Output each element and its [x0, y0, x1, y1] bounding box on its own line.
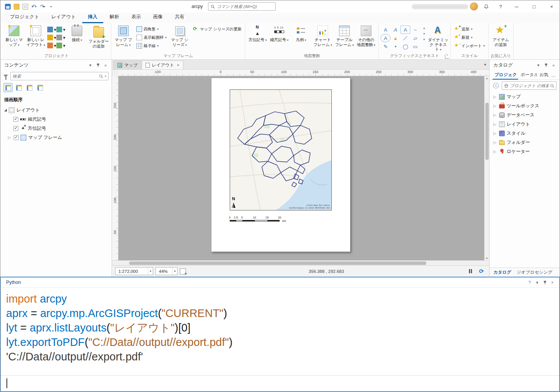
bottom-tab-geoprocessing[interactable]: ジオプロセシング	[517, 269, 552, 275]
gallery-expand-button[interactable]: ▾	[423, 38, 425, 41]
new-map-button[interactable]: 新しい マップ	[4, 24, 24, 53]
add-item-button[interactable]: アイテム の追加	[491, 24, 511, 53]
scrollbar-thumb[interactable]	[129, 261, 426, 265]
catalog-item-styles[interactable]: ▷ スタイル	[490, 129, 560, 138]
avatar[interactable]	[470, 2, 478, 11]
pause-drawing-button[interactable]	[467, 269, 474, 273]
style-new-button[interactable]: 新規▾	[453, 34, 486, 41]
expander-open-icon[interactable]	[4, 109, 7, 112]
callout-text-tool-button[interactable]: A	[400, 25, 410, 34]
tree-item-scale-bar[interactable]: 縮尺記号	[0, 115, 112, 124]
ribbon-small-button[interactable]: ▾	[56, 33, 66, 41]
horizontal-scrollbar[interactable]	[112, 260, 489, 265]
filter-icon[interactable]	[3, 75, 8, 78]
freehand-tool-button[interactable]: ✎	[381, 42, 390, 51]
view-selection-button[interactable]	[25, 83, 34, 92]
minimize-button[interactable]: ─	[509, 1, 525, 12]
pin-button[interactable]	[542, 62, 550, 69]
paragraph-text-tool-button[interactable]: A	[390, 25, 400, 34]
collapse-ribbon-button[interactable]: ▾	[484, 62, 486, 67]
polygon-tool-button[interactable]: ▱	[410, 34, 420, 42]
python-prompt-input[interactable]	[1, 375, 559, 391]
catalog-item-folders[interactable]: ▷ フォルダー	[490, 138, 560, 147]
notifications-button[interactable]	[480, 1, 493, 12]
scroll-up-arrow[interactable]: ▴	[486, 76, 488, 80]
doc-tab-layout[interactable]: レイアウト ×	[142, 61, 183, 69]
close-panel-button[interactable]: ×	[102, 62, 109, 69]
doc-tab-map[interactable]: マップ	[114, 61, 141, 69]
customize-qat-button[interactable]: ▾	[47, 2, 56, 11]
pin-button[interactable]	[94, 62, 102, 69]
point-tool-button[interactable]: •	[390, 42, 400, 51]
visibility-checkbox[interactable]	[13, 117, 18, 122]
map-frame[interactable]: N (c) Esri Japan, Esri, Garmin, GeoTechn…	[230, 89, 332, 210]
catalog-search-input[interactable]	[510, 83, 549, 88]
chevron-down-icon[interactable]: ▾	[105, 75, 106, 78]
chevron-down-icon[interactable]: ▾	[172, 268, 176, 275]
catalog-item-maps[interactable]: ▷ マップ	[490, 92, 560, 101]
view-drawing-order-button[interactable]	[3, 83, 13, 92]
undo-button[interactable]: ↶▾	[30, 2, 38, 11]
tab-layout-context[interactable]: レイアウト	[46, 12, 82, 23]
catalog-search-box[interactable]	[502, 81, 557, 90]
close-panel-button[interactable]: ×	[550, 62, 557, 69]
visibility-checkbox[interactable]	[14, 135, 19, 140]
north-arrow-button[interactable]: 方位記号	[247, 24, 268, 53]
view-snapping-button[interactable]	[35, 83, 45, 92]
table-frame-button[interactable]: テーブル フレーム	[334, 24, 355, 53]
chevron-down-icon[interactable]: ▾	[148, 268, 151, 275]
dynamic-text-button[interactable]: ダイナミック テキスト	[428, 24, 448, 53]
layout-page[interactable]: N (c) Esri Japan, Esri, Garmin, GeoTechn…	[211, 78, 350, 252]
chevron-down-icon[interactable]: ▾	[44, 5, 45, 8]
scroll-down-button[interactable]: ▾	[423, 32, 425, 35]
panel-menu-button[interactable]: ▾	[534, 62, 542, 69]
close-panel-button[interactable]: ×	[549, 279, 556, 286]
ribbon-small-button[interactable]: ▾	[47, 33, 56, 41]
text-tool-button[interactable]: A	[381, 25, 390, 34]
new-project-button[interactable]	[21, 2, 29, 11]
contents-search-box[interactable]: ▾	[10, 72, 109, 80]
scroll-down-arrow[interactable]: ▾	[486, 257, 488, 260]
curved-text-tool-button[interactable]: ~	[410, 25, 420, 34]
expander-closed-icon[interactable]: ▷	[493, 131, 497, 135]
page-zoom-combo[interactable]: 44% ▾	[155, 267, 178, 275]
help-button[interactable]: ?	[526, 279, 533, 286]
tab-analysis[interactable]: 解析	[104, 12, 125, 23]
back-button[interactable]	[493, 82, 499, 89]
command-search-input[interactable]	[217, 4, 273, 9]
zoom-to-page-button[interactable]	[180, 268, 186, 274]
tab-imagery[interactable]: 画像	[147, 12, 168, 23]
save-project-button[interactable]	[3, 2, 12, 11]
maximize-button[interactable]: □	[526, 1, 542, 12]
layout-canvas[interactable]: 25020015010050	[112, 76, 489, 260]
pin-button[interactable]	[541, 279, 549, 286]
new-layout-button[interactable]: 新しい レイアウト	[26, 24, 46, 53]
chevron-down-icon[interactable]: ▾	[35, 5, 37, 8]
visibility-checkbox[interactable]	[13, 126, 18, 131]
help-button[interactable]: ?	[494, 1, 507, 12]
map-frame-button[interactable]: マップ フレーム	[113, 24, 134, 53]
map-scale-combo[interactable]: 1:272,000 ▾	[115, 267, 153, 275]
ribbon-small-button[interactable]: ▾	[56, 25, 66, 33]
tree-item-map-frame[interactable]: ▷ マップ フレーム	[0, 133, 112, 142]
vertical-scrollbar[interactable]: ▴ ▾	[484, 76, 489, 260]
ellipse-tool-button[interactable]: ◯	[400, 42, 410, 51]
expander-closed-icon[interactable]: ▷	[493, 95, 497, 99]
update-map-series-button[interactable]: マップ シリーズの更新	[191, 25, 243, 33]
ribbon-small-button[interactable]: ▾	[47, 41, 56, 49]
panel-menu-button[interactable]: ▾	[533, 279, 541, 286]
expander-closed-icon[interactable]: ▷	[8, 135, 12, 140]
tree-item-north-arrow[interactable]: 方位記号	[0, 124, 112, 133]
scale-bar-graphic[interactable]: 02.55101520 km	[230, 216, 294, 225]
contents-search-input[interactable]	[13, 74, 98, 78]
view-source-button[interactable]	[14, 83, 23, 92]
catalog-item-layouts[interactable]: ▷ レイアウト	[490, 120, 560, 129]
catalog-tab-project[interactable]: プロジェクト	[493, 71, 518, 80]
close-tab-icon[interactable]: ×	[177, 63, 179, 67]
scale-bar-button[interactable]: 縮尺記号	[269, 24, 290, 53]
legend-button[interactable]: 凡例	[291, 24, 311, 53]
command-search[interactable]	[208, 2, 276, 11]
connect-button[interactable]: 接続	[67, 24, 87, 53]
add-folder-button[interactable]: フォルダー の追加	[88, 24, 109, 53]
rectangle-graphic-tool-button[interactable]: ▭	[410, 42, 420, 51]
